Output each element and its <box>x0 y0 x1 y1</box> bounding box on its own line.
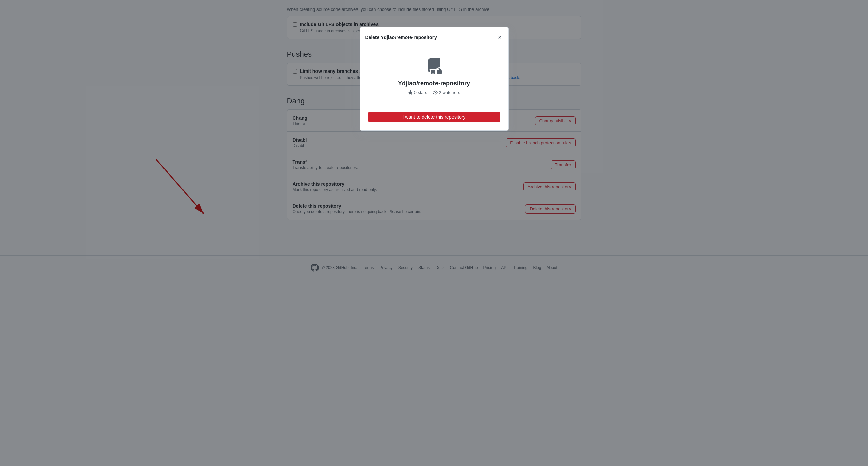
modal-header: Delete Ydjiao/remote-repository × <box>360 27 508 47</box>
modal-repo-name: Ydjiao/remote-repository <box>368 80 500 87</box>
modal-body: Ydjiao/remote-repository 0 stars 2 watch… <box>360 47 508 130</box>
watchers-stat: 2 watchers <box>433 90 460 95</box>
modal-close-button[interactable]: × <box>497 33 503 42</box>
repo-icon <box>368 58 500 75</box>
modal-repo-stats: 0 stars 2 watchers <box>368 90 500 95</box>
confirm-delete-button[interactable]: I want to delete this repository <box>368 112 500 122</box>
modal-overlay: Delete Ydjiao/remote-repository × Ydjiao… <box>0 0 868 466</box>
stars-stat: 0 stars <box>408 90 427 95</box>
modal-title: Delete Ydjiao/remote-repository <box>365 35 437 40</box>
modal-separator <box>360 103 508 103</box>
delete-modal: Delete Ydjiao/remote-repository × Ydjiao… <box>360 27 509 131</box>
